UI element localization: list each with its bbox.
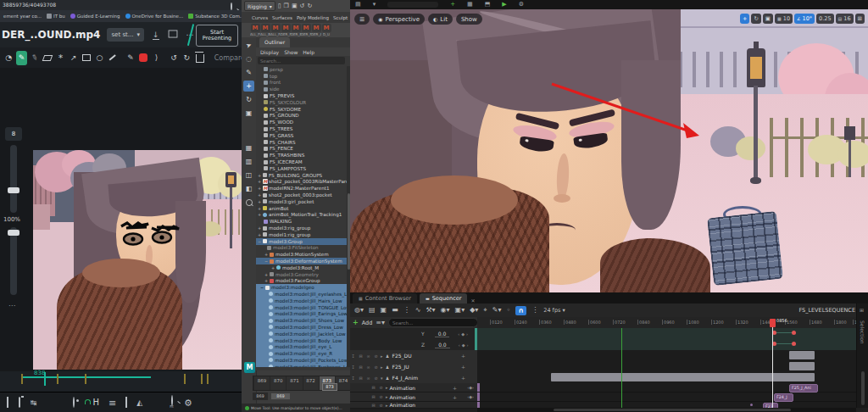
curves-icon[interactable]: ⊞ [860, 307, 864, 313]
outliner-item[interactable]: FS_SKYCOLOUR [256, 99, 347, 106]
shelf-tab[interactable]: Surfaces [272, 15, 292, 20]
outliner-item[interactable]: front [256, 80, 347, 86]
animation-row[interactable]: ⊟⊘ ▸ Animation [350, 402, 477, 409]
rotation-snap-button[interactable]: ∠10° [794, 14, 815, 24]
outliner-item[interactable]: +shot2_pocket_0003:pocket [256, 192, 347, 198]
bookmark[interactable]: Substance 3D Com... [188, 14, 244, 19]
image-export-button[interactable] [168, 30, 178, 40]
download-button[interactable]: ↓ [153, 31, 159, 40]
undo-button[interactable]: ↺ [169, 51, 179, 65]
outliner-item[interactable]: FS_WOOD [256, 119, 347, 125]
track-search-input[interactable] [389, 320, 453, 326]
lasso-tool[interactable]: ◌ [243, 53, 254, 64]
shelf-button[interactable]: MALL_BC [260, 23, 270, 37]
outliner-search-input[interactable] [258, 58, 338, 64]
next-key-icon[interactable]: › [466, 331, 468, 337]
hud-button[interactable]: H [93, 398, 100, 407]
laser-tool-button[interactable]: ◔ [3, 51, 14, 65]
vertical-scrollbar[interactable] [861, 371, 865, 405]
outliner-item-selected[interactable]: model3:model:Jill_TONGUE_Low [256, 304, 347, 311]
open-scene-button[interactable]: ❒ [284, 3, 289, 9]
shelf-button[interactable]: MD_U [321, 23, 331, 37]
outliner-item-selected[interactable]: model3:model:Jill_Dress_Low [256, 324, 347, 331]
track-lane[interactable] [477, 372, 856, 384]
outliner-item[interactable]: side [256, 86, 347, 92]
expand-icon[interactable]: ▸ [381, 354, 383, 359]
tab-content-browser[interactable]: ▦Content Browser [353, 293, 417, 303]
outliner-item[interactable]: FS_GROUND [256, 113, 347, 120]
outliner-item-selected[interactable]: −model3:Group [256, 238, 347, 245]
settings-button[interactable]: ⚙ [184, 398, 192, 408]
start-presenting-button[interactable]: Start Presenting [196, 25, 238, 47]
outliner-item-selected[interactable]: model3:model:Jill_Hairs_Low [256, 298, 347, 304]
camera-button[interactable]: ▣ [381, 307, 387, 314]
outliner-item[interactable]: +MmodelRN2:MasterParent1 [256, 185, 347, 192]
level-icon[interactable]: ⬒ [485, 2, 491, 8]
delete-annotation-button[interactable] [194, 51, 204, 65]
animation-row[interactable]: ⊟⊘ ▸ Animation + ‹◆› [350, 393, 477, 402]
color-swatch-red[interactable] [138, 51, 148, 65]
fps-dropdown[interactable]: 24 fps ▾ [543, 307, 565, 314]
more-options-icon[interactable]: ⋮ [403, 307, 410, 314]
save-sequence-button[interactable]: ▤ [369, 307, 376, 314]
settings-icon[interactable]: ⚙ [519, 2, 524, 8]
move-tool-button[interactable]: + [740, 14, 749, 24]
outliner-item-selected[interactable]: model3:model:Jill_Shoes_Low [256, 317, 347, 324]
key-nav-icons[interactable]: ‹◆› [467, 385, 474, 390]
section-bar-long[interactable] [551, 373, 815, 381]
current-time-field[interactable]: 873 [322, 383, 337, 391]
outliner-item-selected[interactable]: model3:model:Jill_eyelashes_Low [256, 291, 347, 298]
paint-select-tool[interactable]: ✎ [243, 67, 254, 78]
perspective-dropdown[interactable]: ◉Perspective [373, 14, 425, 25]
visibility-button[interactable] [73, 398, 75, 407]
redo-button[interactable]: ↻ [181, 51, 192, 65]
outliner-item-selected[interactable]: model3:model:Jill_Earings_Low [256, 310, 347, 317]
outliner-item[interactable]: FS_CHAIRS [256, 139, 347, 146]
outliner-item[interactable]: +model3:Geometry [256, 271, 347, 278]
tab-sequencer[interactable]: ▬Sequencer [420, 293, 467, 303]
menu-display[interactable]: Display [260, 49, 279, 55]
rotate-tool-button[interactable]: ↻ [751, 14, 760, 24]
keyframe-dot[interactable] [792, 331, 796, 335]
track-lane[interactable] [477, 361, 856, 373]
outliner-item[interactable]: +Mshot2_pocket_0003RibMasterParent1 [256, 179, 347, 186]
section-bar[interactable] [789, 351, 815, 359]
add-section-icon[interactable]: + [453, 394, 457, 400]
video-frame[interactable] [33, 150, 242, 370]
grid-snap-button[interactable]: ▦10 [775, 14, 793, 24]
transform-row-y[interactable]: Y 0.0 ‹◆› [350, 328, 477, 340]
outliner-item[interactable]: FS_PREVIS [256, 92, 347, 99]
outliner-item[interactable]: +animBot [256, 205, 347, 212]
next-key-icon[interactable]: › [467, 342, 469, 348]
playhead-line[interactable] [772, 327, 773, 408]
add-track-icon[interactable]: + [353, 319, 359, 326]
shelf-button[interactable]: MDER_FA [301, 23, 311, 37]
status-dropdown[interactable]: set st...▾ [107, 28, 144, 42]
lasso-tool-button[interactable]: ⟩ [151, 51, 161, 65]
tools-dropdown[interactable]: ⚒▾ [426, 307, 435, 314]
outliner-item[interactable]: model3:FitSkeleton [256, 245, 347, 252]
outliner-item[interactable]: FS_FENCE [256, 146, 347, 153]
add-key-icon[interactable]: ◆ [462, 342, 465, 348]
blueprints-icon[interactable]: ▦ [467, 2, 473, 8]
zoom-tool[interactable] [243, 197, 254, 208]
animation-clip[interactable]: F24_J [774, 393, 793, 402]
eraser-tool-button[interactable] [42, 51, 53, 65]
key-nav-icons[interactable]: ‹◆› [467, 394, 474, 399]
shelf-button[interactable]: MDER_BC [291, 23, 301, 37]
new-scene-button[interactable]: ▯ [278, 3, 281, 9]
rect-tool-button[interactable] [81, 51, 92, 65]
scale-snap-button[interactable]: 0.25 [816, 14, 833, 24]
shelf-button[interactable]: MDER_FL [281, 23, 291, 37]
outliner-item[interactable]: +model3:MotionSystem [256, 251, 347, 258]
collapse-icon[interactable]: ▾ [381, 376, 383, 381]
camera-dropdown[interactable]: ▣▾ [455, 307, 465, 314]
shelf-tab[interactable]: Poly Modeling [297, 15, 329, 20]
pen-tool-button[interactable]: ✎ [16, 51, 26, 65]
expand-icon[interactable]: ▸ [386, 385, 388, 390]
range-start-field[interactable]: 869 [253, 393, 268, 400]
camera-speed-button[interactable]: ▤16 [836, 14, 854, 24]
add-icon[interactable]: + [450, 2, 455, 8]
playhead-marker[interactable] [770, 319, 776, 327]
save-icon[interactable]: ▤ [355, 2, 361, 8]
